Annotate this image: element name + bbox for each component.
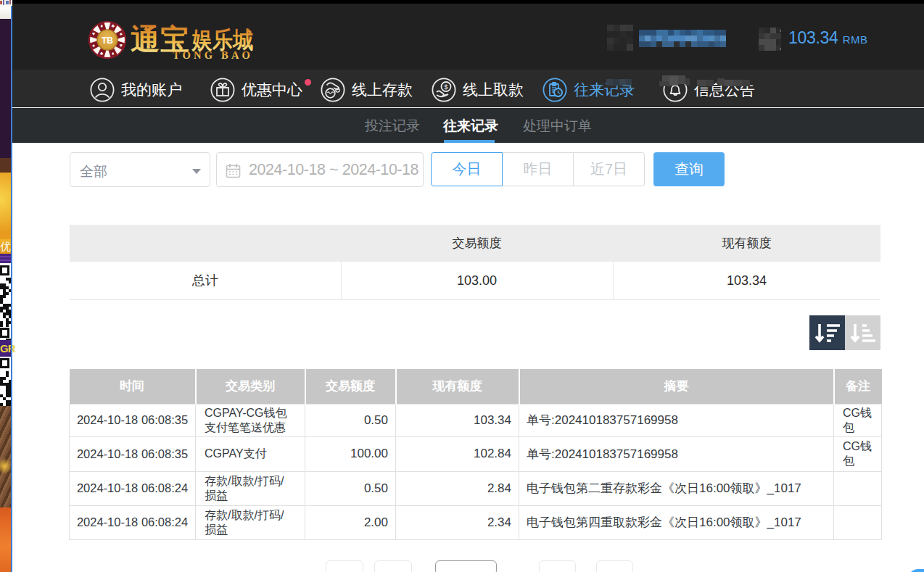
svg-text:♣: ♣ bbox=[100, 51, 104, 56]
svg-text:TONG BAO: TONG BAO bbox=[173, 49, 253, 61]
svg-text:♥: ♥ bbox=[92, 31, 95, 36]
svg-text:$: $ bbox=[444, 83, 448, 91]
svg-text:♦: ♦ bbox=[100, 23, 103, 28]
svg-text:♠: ♠ bbox=[92, 43, 95, 48]
svg-text:♥: ♥ bbox=[120, 43, 123, 48]
svg-text:TB: TB bbox=[102, 36, 113, 46]
svg-text:♣: ♣ bbox=[112, 23, 115, 28]
svg-text:♠: ♠ bbox=[120, 31, 123, 36]
svg-text:♦: ♦ bbox=[112, 51, 115, 56]
